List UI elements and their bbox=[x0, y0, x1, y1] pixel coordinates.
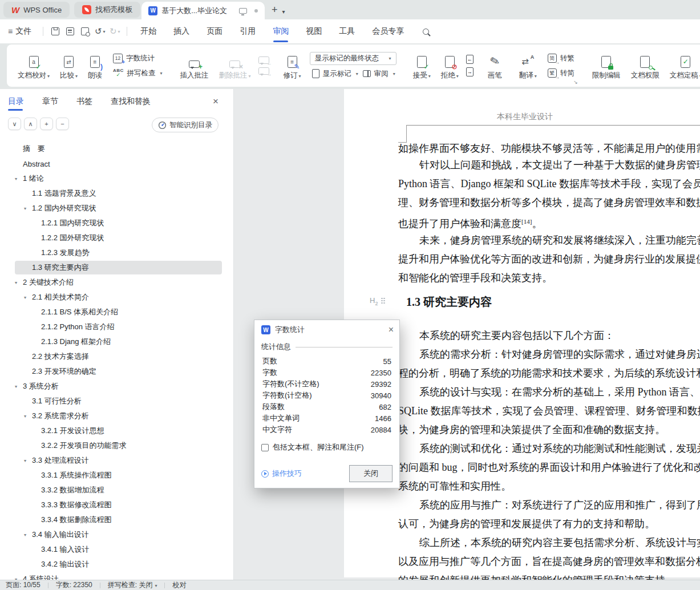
outline-item[interactable]: 3.1 可行性分析 bbox=[0, 394, 233, 409]
collapse-triangle-icon[interactable]: ▼ bbox=[14, 384, 18, 389]
checkbox-icon[interactable] bbox=[261, 444, 269, 451]
tab-wps-office[interactable]: W WPS Office bbox=[3, 2, 70, 18]
collapse-triangle-icon[interactable]: ▼ bbox=[14, 176, 18, 181]
markup-state-dropdown[interactable]: 显示标记的最终状态▾ bbox=[310, 52, 396, 65]
dialog-title-bar[interactable]: W 字数统计 bbox=[254, 320, 399, 340]
outline-item[interactable]: 2.1.2 Python 语言介绍 bbox=[0, 320, 233, 334]
previous-revision-icon[interactable]: ← bbox=[466, 55, 474, 64]
tab-chapters[interactable]: 章节 bbox=[42, 89, 58, 114]
document-proofing-button[interactable]: a✓ 文档校对▾ bbox=[13, 50, 55, 82]
outline-item[interactable]: 3.4.1 输入设计 bbox=[0, 542, 233, 557]
outline-item[interactable]: 2.2 技术方案选择 bbox=[0, 349, 233, 364]
outline-item[interactable]: 1.1 选题背景及意义 bbox=[0, 186, 233, 201]
save-button[interactable] bbox=[48, 24, 63, 39]
translate-button[interactable]: ⇄A 翻译▾ bbox=[514, 50, 542, 82]
outline-item[interactable]: 3.3.2 数据增加流程 bbox=[0, 483, 233, 498]
collapse-triangle-icon[interactable]: ▼ bbox=[23, 458, 27, 463]
outline-item[interactable]: 2.1.1 B/S 体系相关介绍 bbox=[0, 305, 233, 320]
menu-tab-插入[interactable]: 插入 bbox=[165, 19, 198, 43]
outline-item[interactable]: 3.4.2 输出设计 bbox=[0, 557, 233, 572]
outline-item[interactable]: 2.3 开发环境的确定 bbox=[0, 364, 233, 379]
document-finalize-button[interactable]: ✓ 文档定稿▾ bbox=[665, 50, 700, 82]
traditional-to-simplified-button[interactable]: 繁 转简 bbox=[545, 67, 577, 79]
tab-list-chevron-icon[interactable]: ▾ bbox=[282, 9, 285, 15]
chevron-down-icon[interactable]: ▾ bbox=[103, 29, 105, 34]
tab-find-replace[interactable]: 查找和替换 bbox=[111, 89, 151, 114]
sidebar-close-icon[interactable]: × bbox=[213, 96, 219, 107]
outline-item[interactable]: ▼3.3 处理流程设计 bbox=[0, 453, 233, 468]
reject-button[interactable]: ⊘ 拒绝▾ bbox=[436, 50, 464, 82]
collapse-triangle-icon[interactable]: ▼ bbox=[23, 295, 27, 300]
outline-item[interactable]: ▼3.4 输入输出设计 bbox=[0, 527, 233, 542]
outline-item[interactable]: ▼4 系统设计 bbox=[0, 572, 233, 580]
simplified-to-traditional-button[interactable]: 简 转繁 bbox=[545, 52, 577, 64]
include-footnotes-checkbox[interactable]: 包括文本框、脚注和尾注(F) bbox=[254, 435, 399, 452]
zoom-out-outline-button[interactable]: − bbox=[56, 118, 69, 130]
review-pane-button[interactable]: 审阅▾ bbox=[361, 68, 398, 80]
undo-button[interactable]: ↺▾ bbox=[92, 24, 107, 39]
outline-item[interactable]: 摘 要 bbox=[0, 142, 233, 156]
menu-tab-工具[interactable]: 工具 bbox=[330, 19, 363, 43]
expand-all-button[interactable]: ∧ bbox=[24, 118, 37, 130]
show-markup-button[interactable]: 显示标记▾ bbox=[310, 68, 361, 80]
tips-link[interactable]: 操作技巧 bbox=[261, 468, 302, 479]
zoom-in-outline-button[interactable]: + bbox=[40, 118, 53, 130]
print-button[interactable] bbox=[63, 24, 78, 39]
outline-item[interactable]: 3.3.4 数据删除流程图 bbox=[0, 512, 233, 527]
outline-item[interactable]: 3.3.1 系统操作流程图 bbox=[0, 468, 233, 483]
print-preview-button[interactable] bbox=[78, 24, 92, 39]
status-item[interactable]: 拼写检查: 关闭▾ bbox=[108, 580, 157, 590]
outline-item[interactable]: 2.1.3 Djang 框架介绍 bbox=[0, 334, 233, 349]
insert-comment-button[interactable]: + 插入批注 bbox=[175, 50, 214, 82]
outline-item[interactable]: 3.3.3 数据修改流程图 bbox=[0, 498, 233, 512]
heading-level-marker[interactable]: H2 bbox=[370, 296, 386, 306]
tab-bookmarks[interactable]: 书签 bbox=[76, 89, 92, 114]
file-menu-button[interactable]: ≡ 文件 bbox=[0, 26, 38, 37]
outline-item[interactable]: ▼3.2 系统需求分析 bbox=[0, 409, 233, 423]
outline-item[interactable]: 3.2.1 开发设计思想 bbox=[0, 423, 233, 438]
outline-item[interactable]: ▼2 关键技术介绍 bbox=[0, 275, 233, 290]
outline-item[interactable]: 1.3 研究主要内容 bbox=[0, 260, 233, 275]
next-revision-icon[interactable]: → bbox=[466, 67, 474, 76]
menu-tab-开始[interactable]: 开始 bbox=[132, 19, 165, 43]
new-tab-button[interactable]: + bbox=[272, 4, 278, 16]
outline-item[interactable]: 3.2.2 开发项目的功能需求 bbox=[0, 438, 233, 453]
collapse-triangle-icon[interactable]: ▼ bbox=[14, 280, 18, 285]
compare-button[interactable]: ⇄ 比较▾ bbox=[55, 50, 83, 82]
drag-handle-icon[interactable] bbox=[381, 298, 386, 305]
tab-table-of-contents[interactable]: 目录 bbox=[8, 89, 24, 114]
menu-tab-引用[interactable]: 引用 bbox=[231, 19, 264, 43]
tab-document[interactable]: W 基于大数...毕业论文 bbox=[141, 2, 265, 19]
read-aloud-button[interactable]: ≡) 朗读 bbox=[83, 50, 107, 82]
menu-tab-页面[interactable]: 页面 bbox=[198, 19, 231, 43]
menu-tab-会员专享[interactable]: 会员专享 bbox=[363, 19, 412, 43]
tab-docer-template[interactable]: 找稻壳模板 bbox=[74, 2, 140, 18]
collapse-all-button[interactable]: ∨ bbox=[8, 118, 21, 130]
outline-item[interactable]: 1.2.1 国内研究现状 bbox=[0, 216, 233, 231]
redo-button[interactable]: ↻▾ bbox=[107, 24, 122, 39]
accept-button[interactable]: ✓ 接受▾ bbox=[408, 50, 436, 82]
outline-item[interactable]: ▼1.2 国内外研究现状 bbox=[0, 201, 233, 216]
outline-item[interactable]: ▼1 绪论 bbox=[0, 171, 233, 186]
outline-item[interactable]: 1.2.3 发展趋势 bbox=[0, 245, 233, 260]
close-button[interactable]: 关闭 bbox=[349, 465, 393, 482]
collapse-triangle-icon[interactable]: ▼ bbox=[23, 414, 27, 418]
search-icon[interactable] bbox=[423, 29, 429, 35]
document-permission-button[interactable]: 文档权限 bbox=[626, 50, 665, 82]
dialog-close-icon[interactable]: × bbox=[389, 325, 394, 335]
outline-item[interactable]: ▼2.1 相关技术简介 bbox=[0, 290, 233, 305]
collapse-triangle-icon[interactable]: ▼ bbox=[23, 532, 27, 537]
outline-item[interactable]: ▼3 系统分析 bbox=[0, 379, 233, 394]
chevron-down-icon[interactable]: ▾ bbox=[155, 583, 157, 588]
menu-tab-视图[interactable]: 视图 bbox=[297, 19, 330, 43]
track-changes-button[interactable]: ≡✎ 修订▾ bbox=[278, 50, 306, 82]
menu-tab-审阅[interactable]: 审阅 bbox=[264, 19, 297, 43]
word-count-button[interactable]: 12+ 字数统计 bbox=[111, 52, 165, 64]
restrict-editing-button[interactable]: 限制编辑 bbox=[587, 50, 626, 82]
dialog-launcher-icon[interactable]: ↘ bbox=[573, 79, 578, 85]
outline-item[interactable]: Abstract bbox=[0, 156, 233, 171]
spell-check-button[interactable]: ABC✓ 拼写检查▾ bbox=[111, 67, 165, 79]
status-item[interactable]: 校对 bbox=[172, 580, 186, 590]
outline-item[interactable]: 1.2.2 国外研究现状 bbox=[0, 231, 233, 245]
collapse-triangle-icon[interactable]: ▼ bbox=[23, 206, 27, 211]
